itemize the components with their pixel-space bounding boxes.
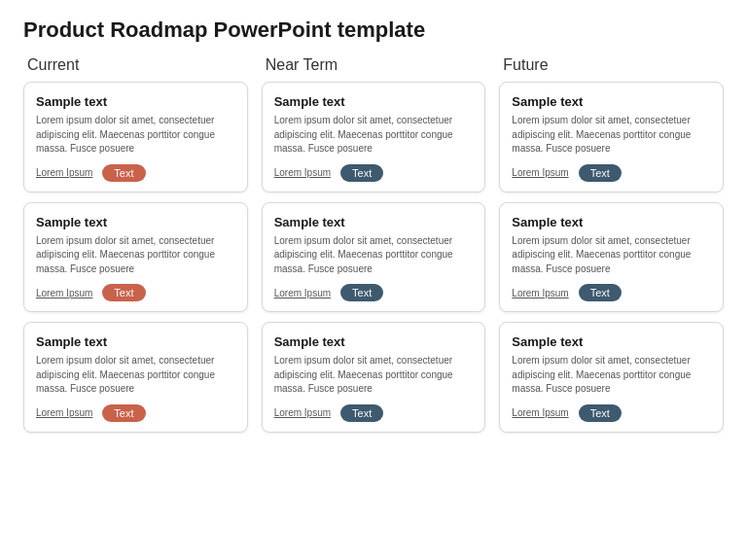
card-footer: Lorem Ipsum Text	[274, 284, 474, 301]
badge-button[interactable]: Text	[579, 404, 622, 422]
card-title: Sample text	[512, 334, 711, 349]
lorem-link[interactable]: Lorem Ipsum	[274, 167, 331, 178]
card-body: Lorem ipsum dolor sit amet, consectetuer…	[36, 114, 235, 157]
page-title: Product Roadmap PowerPoint template	[23, 18, 724, 43]
card-body: Lorem ipsum dolor sit amet, consectetuer…	[274, 114, 474, 157]
card-footer: Lorem Ipsum Text	[274, 164, 474, 182]
card-title: Sample text	[274, 215, 474, 229]
card-title: Sample text	[36, 334, 235, 349]
card-title: Sample text	[36, 94, 235, 109]
card-footer: Lorem Ipsum Text	[36, 404, 235, 422]
lorem-link[interactable]: Lorem Ipsum	[36, 288, 92, 298]
col-header-current: Current	[23, 56, 248, 74]
card-footer: Lorem Ipsum Text	[512, 164, 711, 182]
card-footer: Lorem Ipsum Text	[512, 404, 711, 422]
card-nearterm-3: Sample text Lorem ipsum dolor sit amet, …	[262, 322, 486, 433]
badge-button[interactable]: Text	[102, 164, 145, 182]
lorem-link[interactable]: Lorem Ipsum	[512, 288, 568, 298]
card-nearterm-2: Sample text Lorem ipsum dolor sit amet, …	[262, 202, 486, 313]
badge-button[interactable]: Text	[102, 404, 145, 422]
card-future-3: Sample text Lorem ipsum dolor sit amet, …	[499, 322, 724, 433]
lorem-link[interactable]: Lorem Ipsum	[274, 288, 331, 298]
col-header-future: Future	[499, 56, 724, 74]
card-footer: Lorem Ipsum Text	[512, 284, 711, 301]
badge-button[interactable]: Text	[579, 164, 622, 182]
card-body: Lorem ipsum dolor sit amet, consectetuer…	[274, 354, 474, 397]
card-current-2: Sample text Lorem ipsum dolor sit amet, …	[23, 202, 248, 313]
card-footer: Lorem Ipsum Text	[274, 404, 474, 422]
lorem-link[interactable]: Lorem Ipsum	[36, 407, 92, 418]
card-title: Sample text	[36, 215, 235, 229]
column-nearterm: Sample text Lorem ipsum dolor sit amet, …	[262, 82, 486, 433]
card-title: Sample text	[512, 215, 711, 229]
grid: Sample text Lorem ipsum dolor sit amet, …	[23, 82, 724, 433]
card-current-3: Sample text Lorem ipsum dolor sit amet, …	[23, 322, 248, 433]
page: Product Roadmap PowerPoint template Curr…	[0, 0, 747, 560]
card-footer: Lorem Ipsum Text	[36, 284, 235, 301]
card-future-2: Sample text Lorem ipsum dolor sit amet, …	[499, 202, 724, 313]
card-nearterm-1: Sample text Lorem ipsum dolor sit amet, …	[262, 82, 486, 192]
lorem-link[interactable]: Lorem Ipsum	[512, 167, 568, 178]
badge-button[interactable]: Text	[340, 164, 383, 182]
column-current: Sample text Lorem ipsum dolor sit amet, …	[23, 82, 248, 433]
card-title: Sample text	[274, 94, 474, 109]
card-body: Lorem ipsum dolor sit amet, consectetuer…	[512, 234, 711, 277]
column-future: Sample text Lorem ipsum dolor sit amet, …	[499, 82, 724, 433]
card-body: Lorem ipsum dolor sit amet, consectetuer…	[274, 234, 474, 277]
badge-button[interactable]: Text	[340, 284, 383, 301]
card-title: Sample text	[512, 94, 711, 109]
columns-header: Current Near Term Future	[23, 56, 724, 74]
card-body: Lorem ipsum dolor sit amet, consectetuer…	[512, 354, 711, 397]
card-body: Lorem ipsum dolor sit amet, consectetuer…	[512, 114, 711, 157]
card-current-1: Sample text Lorem ipsum dolor sit amet, …	[23, 82, 248, 192]
badge-button[interactable]: Text	[102, 284, 145, 301]
card-future-1: Sample text Lorem ipsum dolor sit amet, …	[499, 82, 724, 192]
lorem-link[interactable]: Lorem Ipsum	[274, 407, 331, 418]
card-body: Lorem ipsum dolor sit amet, consectetuer…	[36, 354, 235, 397]
badge-button[interactable]: Text	[579, 284, 622, 301]
card-title: Sample text	[274, 334, 474, 349]
lorem-link[interactable]: Lorem Ipsum	[36, 167, 92, 178]
lorem-link[interactable]: Lorem Ipsum	[512, 407, 568, 418]
card-footer: Lorem Ipsum Text	[36, 164, 235, 182]
badge-button[interactable]: Text	[340, 404, 383, 422]
card-body: Lorem ipsum dolor sit amet, consectetuer…	[36, 234, 235, 277]
col-header-nearterm: Near Term	[262, 56, 486, 74]
